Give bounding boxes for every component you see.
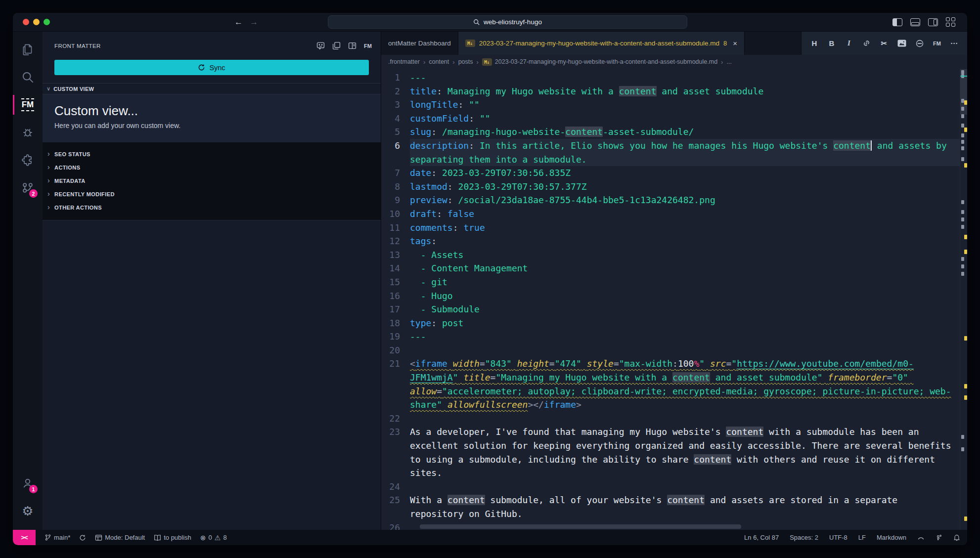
code-line-7[interactable]: 7date: 2023-03-29T07:30:56.835Z [381,166,960,180]
sync-button[interactable]: Sync [54,60,369,75]
line-content: date: 2023-03-29T07:30:56.835Z [410,166,960,180]
code-line-19[interactable]: 19--- [381,330,960,343]
sidebar-item-source-control-graph[interactable]: 2 [13,174,43,202]
sidebar-item-frontmatter[interactable]: FM [13,91,43,119]
ruler-match-mark [961,140,964,144]
sidebar-section-metadata[interactable]: ›METADATA [43,174,381,187]
customize-layout-icon[interactable] [946,17,955,27]
docs-icon[interactable] [348,42,356,50]
sidebar-section-actions[interactable]: ›ACTIONS [43,161,381,174]
code-editor[interactable]: 1---2title: Managing my Hugo website wit… [381,69,967,530]
code-line-16[interactable]: 16 - Hugo [381,289,960,303]
close-tab-icon[interactable]: × [733,39,737,47]
markdown-file-icon: M↓ [465,40,475,47]
accessibility-status[interactable] [935,534,942,541]
breadcrumb-item[interactable]: posts [458,58,473,65]
code-line-2[interactable]: 2title: Managing my Hugo website with a … [381,85,960,98]
section-label: ACTIONS [54,165,80,171]
code-line-15[interactable]: 15 - git [381,275,960,289]
toggle-panel-icon[interactable] [910,18,920,26]
remote-indicator[interactable]: >< [13,530,36,545]
bold-icon[interactable]: B [828,39,836,47]
minimize-window-button[interactable] [33,19,40,25]
overview-ruler[interactable] [960,69,967,530]
sidebar-item-debug[interactable] [13,119,43,146]
frontmatter-mode-status[interactable]: Mode: Default [95,534,145,541]
code-line-18[interactable]: 18type: post [381,316,960,330]
to-publish-status[interactable]: to publish [154,534,191,541]
code-line-5[interactable]: 5slug: /managing-hugo-website-content-as… [381,125,960,139]
code-line-9[interactable]: 9preview: /social/23da18ae-8755-44b4-bbe… [381,193,960,207]
tab-frontmatter-dashboard[interactable]: ontMatter Dashboard [381,32,458,55]
code-line-17[interactable]: 17 - Submodule [381,302,960,316]
sync-changes-button[interactable] [79,534,86,541]
language-mode-status[interactable]: Markdown [877,534,906,541]
sidebar-item-search[interactable] [13,63,43,91]
mode-label: Mode: Default [105,534,145,541]
zoom-window-button[interactable] [44,19,50,25]
breadcrumb-item[interactable]: M↓2023-03-27-managing-my-hugo-website-wi… [482,58,717,66]
code-line-3[interactable]: 3longTitle: "" [381,98,960,112]
custom-view-section-label: CUSTOM VIEW [53,86,94,92]
breadcrumb-item[interactable]: content [429,58,449,65]
code-line-22[interactable]: 22 [381,412,960,426]
code-line-20[interactable]: 20 [381,343,960,357]
git-branch-status[interactable]: main* [45,534,70,541]
custom-view-section-header[interactable]: ∨ CUSTOM VIEW [43,83,381,94]
problems-status[interactable]: ⊗ 0 ⚠ 8 [200,534,227,542]
line-number: 8 [381,180,410,194]
code-line-10[interactable]: 10draft: false [381,207,960,221]
code-line-13[interactable]: 13 - Assets [381,248,960,262]
code-line-4[interactable]: 4customField: "" [381,112,960,126]
frontmatter-mini-icon[interactable]: FM [364,43,372,49]
ruler-match-mark [961,107,964,111]
italic-icon[interactable]: I [845,39,853,47]
indentation-status[interactable]: Spaces: 2 [790,534,818,541]
scissors-icon[interactable]: ✂ [880,39,888,48]
toggle-secondary-sidebar-icon[interactable] [928,18,938,26]
emoji-icon[interactable] [916,40,924,47]
code-line-6[interactable]: 6description: In this article, Elio show… [381,139,960,166]
code-line-21[interactable]: 21<iframe width="843" height="474" style… [381,357,960,411]
ruler-modified-mark [964,100,967,105]
breadcrumb-item[interactable]: .frontmatter [388,58,420,65]
code-line-12[interactable]: 12tags: [381,234,960,248]
command-center-search[interactable]: web-eliostruyf-hugo [328,15,687,29]
breadcrumb-item[interactable]: ... [726,58,731,65]
line-number: 19 [381,330,410,343]
open-dashboard-icon[interactable] [332,42,341,50]
sidebar-item-extensions[interactable] [13,146,43,174]
toggle-sidebar-icon[interactable] [892,18,902,26]
back-arrow-icon[interactable]: ← [234,17,243,27]
code-line-23[interactable]: 23As a developer, I've found that managi… [381,425,960,479]
code-line-24[interactable]: 24 [381,480,960,494]
horizontal-scrollbar[interactable] [420,524,741,529]
tab-markdown-file[interactable]: M↓ 2023-03-27-managing-my-hugo-website-w… [458,32,745,55]
code-line-14[interactable]: 14 - Content Management [381,261,960,275]
close-window-button[interactable] [23,19,29,25]
line-content: As a developer, I've found that managing… [410,425,960,479]
eol-status[interactable]: LF [858,534,866,541]
frontmatter-icon[interactable]: FM [933,41,941,46]
markdownlint-status[interactable] [917,534,925,541]
heading-icon[interactable]: H [810,39,818,47]
code-line-25[interactable]: 25With a content submodule, all of your … [381,493,960,520]
sidebar-section-recently-modified[interactable]: ›RECENTLY MODIFIED [43,187,381,201]
image-icon[interactable] [897,40,906,47]
sidebar-section-seo-status[interactable]: ›SEO STATUS [43,147,381,161]
sidebar-section-other-actions[interactable]: ›OTHER ACTIONS [43,201,381,214]
accounts-button[interactable]: 1 [13,470,43,497]
cursor-position-status[interactable]: Ln 6, Col 87 [744,534,779,541]
line-content: With a content submodule, all of your we… [410,493,960,520]
more-actions-icon[interactable]: ··· [950,39,958,47]
feedback-icon[interactable] [316,42,325,50]
forward-arrow-icon[interactable]: → [250,17,258,27]
settings-button[interactable]: ⚙ [13,497,43,525]
code-line-8[interactable]: 8lastmod: 2023-03-29T07:30:57.377Z [381,180,960,194]
code-line-1[interactable]: 1--- [381,71,960,85]
sidebar-item-explorer[interactable] [13,36,43,63]
link-icon[interactable] [862,40,871,47]
code-line-11[interactable]: 11comments: true [381,221,960,235]
notifications-button[interactable] [953,534,960,541]
encoding-status[interactable]: UTF-8 [829,534,847,541]
